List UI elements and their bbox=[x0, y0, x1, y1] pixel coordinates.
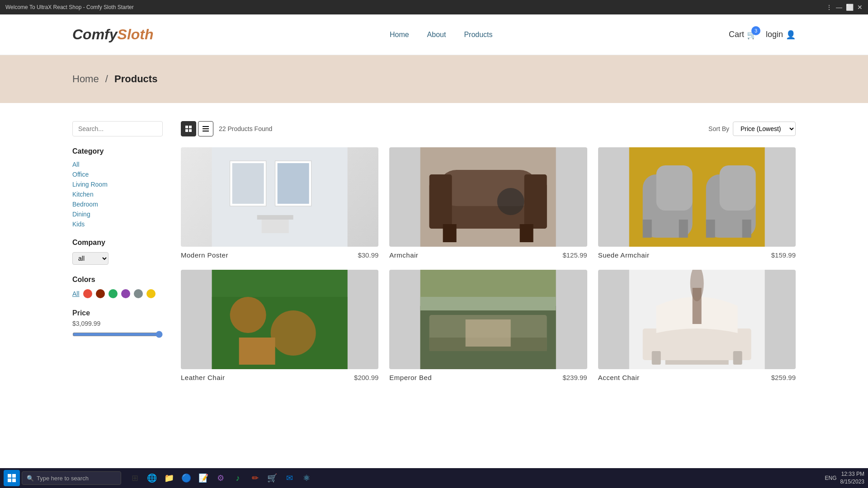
sidebar: Category All Office Living Room Kitchen … bbox=[72, 121, 163, 381]
svg-rect-18 bbox=[524, 174, 547, 229]
category-item-kitchen[interactable]: Kitchen bbox=[72, 191, 163, 198]
login-label: login bbox=[766, 30, 783, 39]
products-toolbar: 22 Products Found Sort By Price (Lowest)… bbox=[181, 121, 796, 136]
product-card-armchair[interactable]: Armchair $125.99 bbox=[389, 147, 587, 259]
svg-rect-47 bbox=[665, 360, 728, 365]
logo-comfy: Comfy bbox=[72, 26, 118, 42]
breadcrumb-current: Products bbox=[114, 73, 157, 84]
maximize-icon[interactable]: ⬜ bbox=[846, 4, 854, 11]
svg-rect-46 bbox=[733, 351, 742, 365]
svg-rect-45 bbox=[651, 351, 660, 365]
nav-right: Cart 🛒 3 login 👤 bbox=[729, 30, 796, 40]
color-gray[interactable] bbox=[134, 289, 143, 298]
svg-rect-11 bbox=[278, 163, 309, 204]
cart-label: Cart bbox=[729, 30, 744, 39]
product-img-svg bbox=[598, 147, 796, 247]
svg-rect-2 bbox=[185, 129, 188, 132]
view-buttons bbox=[181, 121, 213, 136]
product-info-emperor-bed: Emperor Bed $239.99 bbox=[389, 374, 587, 381]
price-title: Price bbox=[72, 309, 163, 317]
sort-by-label: Sort By bbox=[708, 125, 729, 132]
category-item-living-room[interactable]: Living Room bbox=[72, 181, 163, 188]
product-price-modern-poster: $30.99 bbox=[358, 251, 378, 259]
svg-rect-9 bbox=[232, 163, 264, 204]
product-price-suede-armchair: $159.99 bbox=[771, 251, 796, 259]
company-title: Company bbox=[72, 239, 163, 247]
svg-rect-28 bbox=[719, 165, 755, 211]
browser-title: Welcome To UltraX React Shop - Comfy Slo… bbox=[5, 4, 134, 10]
main-content: Category All Office Living Room Kitchen … bbox=[0, 103, 868, 399]
category-item-office[interactable]: Office bbox=[72, 171, 163, 178]
color-yellow[interactable] bbox=[146, 289, 156, 298]
price-slider[interactable] bbox=[72, 331, 163, 338]
product-info-suede-armchair: Suede Armchair $159.99 bbox=[598, 251, 796, 259]
svg-rect-42 bbox=[466, 319, 511, 347]
color-green[interactable] bbox=[108, 289, 118, 298]
product-card-accent-chair[interactable]: Accent Chair $259.99 bbox=[598, 270, 796, 381]
svg-rect-36 bbox=[212, 270, 348, 369]
product-card-modern-poster[interactable]: Modern Poster $30.99 bbox=[181, 147, 378, 259]
product-info-accent-chair: Accent Chair $259.99 bbox=[598, 374, 796, 381]
product-card-emperor-bed[interactable]: Emperor Bed $239.99 bbox=[389, 270, 587, 381]
logo-sloth: Sloth bbox=[118, 26, 154, 42]
product-image-emperor-bed bbox=[389, 270, 587, 369]
product-image-leather-chair bbox=[181, 270, 378, 369]
svg-rect-25 bbox=[642, 220, 651, 238]
svg-rect-13 bbox=[262, 220, 289, 233]
color-darkred[interactable] bbox=[96, 289, 105, 298]
category-item-dining[interactable]: Dining bbox=[72, 211, 163, 218]
colors-section: Colors All bbox=[72, 276, 163, 298]
category-item-bedroom[interactable]: Bedroom bbox=[72, 201, 163, 208]
category-list: All Office Living Room Kitchen Bedroom D… bbox=[72, 161, 163, 228]
product-name-modern-poster: Modern Poster bbox=[181, 251, 228, 259]
list-icon bbox=[203, 126, 209, 132]
category-item-all[interactable]: All bbox=[72, 161, 163, 168]
product-card-leather-chair[interactable]: Leather Chair $200.99 bbox=[181, 270, 378, 381]
more-icon[interactable]: ⋮ bbox=[826, 4, 832, 11]
price-section: Price $3,099.99 bbox=[72, 309, 163, 339]
products-area: 22 Products Found Sort By Price (Lowest)… bbox=[181, 121, 796, 381]
svg-rect-6 bbox=[203, 131, 209, 131]
product-img-svg bbox=[181, 147, 378, 247]
minimize-icon[interactable]: — bbox=[836, 4, 842, 11]
nav-products[interactable]: Products bbox=[464, 31, 492, 39]
svg-rect-29 bbox=[706, 220, 715, 238]
browser-controls[interactable]: ⋮ — ⬜ ✕ bbox=[826, 4, 863, 11]
list-view-button[interactable] bbox=[198, 121, 213, 136]
product-price-emperor-bed: $239.99 bbox=[562, 374, 587, 381]
svg-rect-17 bbox=[429, 174, 452, 229]
login-button[interactable]: login 👤 bbox=[766, 30, 796, 40]
product-price-armchair: $125.99 bbox=[562, 251, 587, 259]
product-card-suede-armchair[interactable]: Suede Armchair $159.99 bbox=[598, 147, 796, 259]
user-icon: 👤 bbox=[786, 30, 796, 40]
product-price-accent-chair: $259.99 bbox=[771, 374, 796, 381]
products-found: 22 Products Found bbox=[219, 125, 703, 132]
svg-rect-24 bbox=[656, 165, 692, 211]
price-value: $3,099.99 bbox=[72, 320, 163, 327]
products-grid: Modern Poster $30.99 bbox=[181, 147, 796, 381]
color-red[interactable] bbox=[83, 289, 92, 298]
product-info-leather-chair: Leather Chair $200.99 bbox=[181, 374, 378, 381]
category-item-kids[interactable]: Kids bbox=[72, 221, 163, 228]
svg-rect-41 bbox=[420, 297, 556, 310]
color-purple[interactable] bbox=[121, 289, 130, 298]
company-section: Company all marcos ikea bbox=[72, 239, 163, 265]
cart-button[interactable]: Cart 🛒 3 bbox=[729, 30, 757, 40]
product-img-svg bbox=[389, 147, 587, 247]
cart-badge: 3 bbox=[751, 26, 760, 35]
company-select[interactable]: all marcos ikea bbox=[72, 252, 108, 265]
product-info-armchair: Armchair $125.99 bbox=[389, 251, 587, 259]
nav-home[interactable]: Home bbox=[390, 31, 409, 39]
svg-rect-4 bbox=[203, 126, 209, 127]
breadcrumb-bar: Home / Products bbox=[0, 55, 868, 103]
browser-chrome: Welcome To UltraX React Shop - Comfy Slo… bbox=[0, 0, 868, 14]
logo[interactable]: ComfySloth bbox=[72, 26, 154, 43]
nav-about[interactable]: About bbox=[427, 31, 446, 39]
close-icon[interactable]: ✕ bbox=[857, 4, 863, 11]
color-all[interactable]: All bbox=[72, 290, 80, 297]
breadcrumb-home[interactable]: Home bbox=[72, 73, 99, 84]
grid-view-button[interactable] bbox=[181, 121, 196, 136]
search-input[interactable] bbox=[72, 121, 163, 136]
product-img-svg bbox=[598, 270, 796, 369]
sort-select[interactable]: Price (Lowest) Price (Highest) Name (A-Z… bbox=[733, 122, 796, 136]
